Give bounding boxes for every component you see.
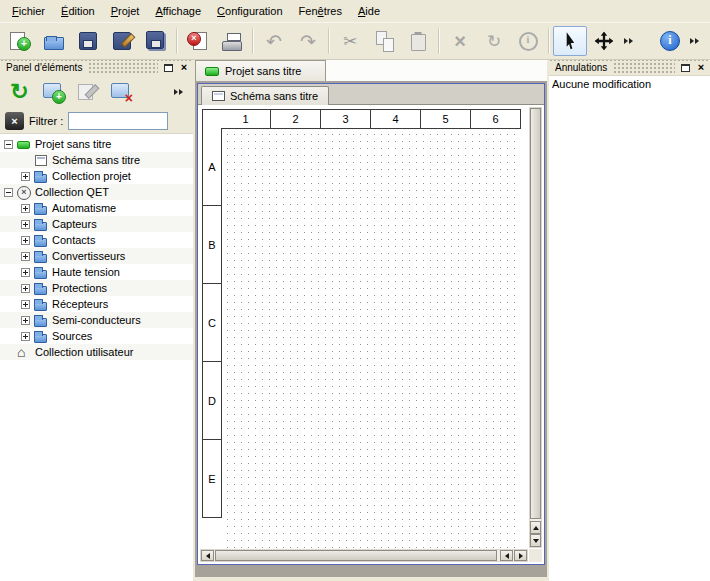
copy-button[interactable]: [367, 26, 401, 56]
left-arrow-icon: [505, 553, 509, 559]
tree-expander[interactable]: [4, 140, 13, 149]
undo-history-root-item[interactable]: Aucune modification: [552, 78, 707, 92]
tab-schema[interactable]: Schéma sans titre: [201, 86, 329, 105]
toolbar-overflow-button[interactable]: [687, 26, 703, 56]
print-button[interactable]: [215, 26, 249, 56]
menu-affichage[interactable]: Affichage: [147, 2, 209, 20]
tree-item-label: Récepteurs: [52, 298, 108, 310]
delete-selection-button[interactable]: [443, 26, 477, 56]
about-qet-button[interactable]: [653, 26, 687, 56]
rotate-button[interactable]: [477, 26, 511, 56]
tree-expander[interactable]: [21, 300, 30, 309]
move-tool-button[interactable]: [587, 26, 621, 56]
tree-item-label: Collection utilisateur: [35, 346, 133, 358]
project-icon: [205, 67, 219, 76]
tree-item-icon: [34, 202, 48, 215]
tree-expander[interactable]: [21, 220, 30, 229]
tree-expander[interactable]: [21, 252, 30, 261]
horizontal-scrollbar[interactable]: [200, 549, 528, 562]
tree-expander[interactable]: [21, 268, 30, 277]
tree-item-recepteurs[interactable]: Récepteurs: [0, 296, 193, 312]
panel-overflow-button[interactable]: [171, 79, 187, 106]
diagram-grid[interactable]: [221, 128, 521, 549]
tree-item-collection-projet[interactable]: Collection projet: [0, 168, 193, 184]
tree-expander[interactable]: [21, 172, 30, 181]
vertical-scrollbar[interactable]: [529, 107, 542, 548]
vertical-scrollbar-thumb[interactable]: [530, 108, 541, 519]
main-area: Panel d'éléments ×: [0, 60, 710, 581]
tree-expander[interactable]: [21, 284, 30, 293]
horizontal-scrollbar-thumb[interactable]: [215, 550, 497, 561]
tree-item-label: Capteurs: [52, 218, 97, 230]
tree-item-label: Automatisme: [52, 202, 116, 214]
redo-button[interactable]: [291, 26, 325, 56]
tree-item-automatisme[interactable]: Automatisme: [0, 200, 193, 216]
close-panel-button[interactable]: ×: [694, 61, 708, 74]
schema-tab-bar: Schéma sans titre: [198, 84, 544, 105]
tree-item-icon: [17, 186, 31, 199]
tree-item-sources[interactable]: Sources: [0, 328, 193, 344]
menu-configuration[interactable]: Configuration: [209, 2, 290, 20]
tab-project[interactable]: Projet sans titre: [195, 60, 326, 81]
float-panel-button[interactable]: [678, 61, 692, 74]
undo-panel-titlebar: Annulations ×: [549, 60, 710, 75]
tree-item-collection-qet[interactable]: Collection QET: [0, 184, 193, 200]
close-panel-button[interactable]: ×: [177, 61, 191, 74]
tree-item-icon: [17, 138, 31, 151]
undo-button[interactable]: [257, 26, 291, 56]
delete-element-button[interactable]: [108, 79, 135, 106]
save-button[interactable]: [71, 26, 105, 56]
tree-item-icon: [34, 330, 48, 343]
right-arrow-icon: [519, 553, 523, 559]
tree-item-haute-tension[interactable]: Haute tension: [0, 264, 193, 280]
reload-collections-button[interactable]: [6, 79, 33, 106]
float-panel-button[interactable]: [161, 61, 175, 74]
scroll-left-button[interactable]: [201, 550, 214, 561]
new-document-button[interactable]: [3, 26, 37, 56]
toolbar-separator: [328, 28, 330, 54]
save-as-button[interactable]: [105, 26, 139, 56]
tree-item-contacts[interactable]: Contacts: [0, 232, 193, 248]
tree-expander[interactable]: [4, 188, 13, 197]
tree-item-projet-sans-titre[interactable]: Projet sans titre: [0, 136, 193, 152]
scroll-left-button-2[interactable]: [500, 550, 513, 561]
filter-input[interactable]: [68, 112, 168, 130]
tree-expander[interactable]: [21, 204, 30, 213]
tree-item-convertisseurs[interactable]: Convertisseurs: [0, 248, 193, 264]
menu-projet[interactable]: Projet: [103, 2, 148, 20]
new-element-button[interactable]: [40, 79, 67, 106]
save-all-button[interactable]: [139, 26, 173, 56]
tree-item-icon: [34, 170, 48, 183]
open-document-button[interactable]: [37, 26, 71, 56]
menu-aide[interactable]: Aide: [350, 2, 388, 20]
tree-expander[interactable]: [21, 316, 30, 325]
tree-item-schema-sans-titre[interactable]: Schéma sans titre: [0, 152, 193, 168]
tree-item-icon: [34, 266, 48, 279]
tree-item-icon: [34, 154, 48, 167]
element-info-button[interactable]: [511, 26, 545, 56]
column-header: 2: [271, 109, 321, 129]
cut-button[interactable]: [333, 26, 367, 56]
tree-item-semi-conducteurs[interactable]: Semi-conducteurs: [0, 312, 193, 328]
tree-item-label: Collection projet: [52, 170, 131, 182]
scroll-down-button[interactable]: [530, 534, 541, 547]
tree-item-protections[interactable]: Protections: [0, 280, 193, 296]
filter-label: Filtrer :: [29, 115, 63, 127]
edit-element-button[interactable]: [74, 79, 101, 106]
tree-item-capteurs[interactable]: Capteurs: [0, 216, 193, 232]
menu-label-accel: F: [12, 5, 19, 17]
column-header: 4: [371, 109, 421, 129]
toolbar-overflow-button[interactable]: [621, 26, 637, 56]
tree-expander[interactable]: [21, 236, 30, 245]
menu-fenetres[interactable]: Fenêtres: [291, 2, 350, 20]
paste-button[interactable]: [401, 26, 435, 56]
scroll-right-button[interactable]: [514, 550, 527, 561]
clear-filter-button[interactable]: ×: [5, 112, 24, 130]
menu-edition[interactable]: Édition: [53, 2, 103, 20]
close-document-button[interactable]: [181, 26, 215, 56]
tree-item-collection-utilisateur[interactable]: Collection utilisateur: [0, 344, 193, 360]
select-tool-button[interactable]: [553, 26, 587, 56]
tree-expander[interactable]: [21, 332, 30, 341]
scroll-up-button[interactable]: [530, 521, 541, 534]
menu-fichier[interactable]: Fichier: [4, 2, 53, 20]
